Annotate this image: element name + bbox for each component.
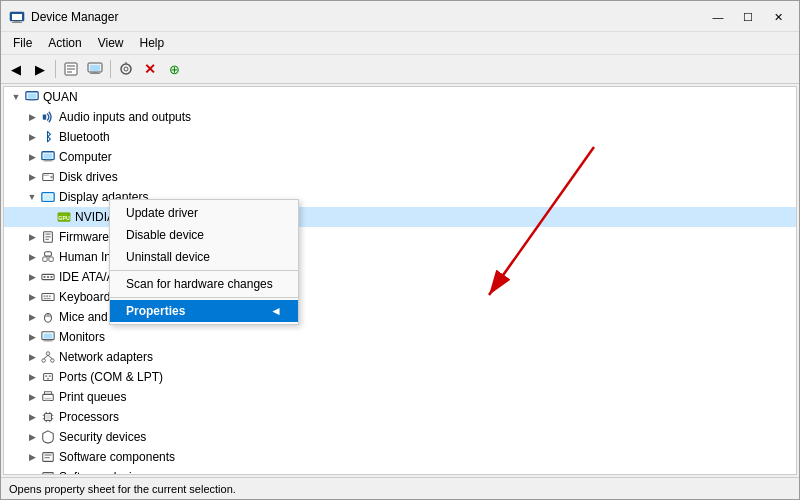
softcomp-icon xyxy=(40,449,56,465)
print-label: Print queues xyxy=(59,390,794,404)
title-bar: Device Manager — ☐ ✕ xyxy=(1,1,799,32)
context-menu: Update driver Disable device Uninstall d… xyxy=(109,199,299,325)
maximize-button[interactable]: ☐ xyxy=(735,7,761,27)
svg-rect-17 xyxy=(29,100,34,101)
tree-root[interactable]: ▼ QUAN xyxy=(4,87,796,107)
svg-rect-2 xyxy=(14,21,20,22)
security-expand-icon[interactable]: ▶ xyxy=(24,429,40,445)
tree-bluetooth[interactable]: ▶ ᛒ Bluetooth xyxy=(4,127,796,147)
back-button[interactable]: ◀ xyxy=(5,58,27,80)
svg-rect-16 xyxy=(28,94,37,99)
forward-button[interactable]: ▶ xyxy=(29,58,51,80)
toolbar-separator-1 xyxy=(55,60,56,78)
display-button[interactable] xyxy=(84,58,106,80)
svg-rect-77 xyxy=(45,454,52,455)
svg-rect-40 xyxy=(51,276,53,278)
mouse-icon xyxy=(40,309,56,325)
tree-audio[interactable]: ▶ Audio inputs and outputs xyxy=(4,107,796,127)
display-expand-icon[interactable]: ▼ xyxy=(24,189,40,205)
ctx-properties[interactable]: Properties ◄ xyxy=(110,300,298,322)
svg-rect-22 xyxy=(44,161,53,162)
firmware-expand-icon[interactable]: ▶ xyxy=(24,229,40,245)
svg-rect-20 xyxy=(44,154,53,159)
tree-computer[interactable]: ▶ Computer xyxy=(4,147,796,167)
root-label: QUAN xyxy=(43,90,794,104)
network-icon xyxy=(40,349,56,365)
audio-icon xyxy=(40,109,56,125)
bluetooth-label: Bluetooth xyxy=(59,130,794,144)
svg-rect-64 xyxy=(45,398,52,399)
properties-button[interactable] xyxy=(60,58,82,80)
computer-expand-icon[interactable]: ▶ xyxy=(24,149,40,165)
audio-label: Audio inputs and outputs xyxy=(59,110,794,124)
remove-button[interactable]: ✕ xyxy=(139,58,161,80)
softcomp-label: Software components xyxy=(59,450,794,464)
menu-action[interactable]: Action xyxy=(40,34,89,52)
svg-rect-78 xyxy=(45,457,50,458)
svg-point-53 xyxy=(46,352,50,356)
ide-expand-icon[interactable]: ▶ xyxy=(24,269,40,285)
softdev-icon xyxy=(40,469,56,475)
device-manager-window: Device Manager — ☐ ✕ File Action View He… xyxy=(0,0,800,500)
tree-monitors[interactable]: ▶ Monitors xyxy=(4,327,796,347)
root-expand-icon[interactable]: ▼ xyxy=(8,89,24,105)
audio-expand-icon[interactable]: ▶ xyxy=(24,109,40,125)
print-icon xyxy=(40,389,56,405)
close-button[interactable]: ✕ xyxy=(765,7,791,27)
security-icon xyxy=(40,429,56,445)
svg-rect-33 xyxy=(45,239,49,240)
tree-security[interactable]: ▶ Security devices xyxy=(4,427,796,447)
tree-disk[interactable]: ▶ Disk drives xyxy=(4,167,796,187)
tree-network[interactable]: ▶ Network adapters xyxy=(4,347,796,367)
tree-softcomp[interactable]: ▶ Software components xyxy=(4,447,796,467)
status-text: Opens property sheet for the current sel… xyxy=(9,483,236,495)
ctx-sep-2 xyxy=(110,297,298,298)
mice-expand-icon[interactable]: ▶ xyxy=(24,309,40,325)
svg-rect-21 xyxy=(45,160,50,161)
toolbar: ◀ ▶ ✕ ⊕ xyxy=(1,55,799,84)
menu-help[interactable]: Help xyxy=(132,34,173,52)
keyboard-icon xyxy=(40,289,56,305)
disk-expand-icon[interactable]: ▶ xyxy=(24,169,40,185)
print-expand-icon[interactable]: ▶ xyxy=(24,389,40,405)
tree-processors[interactable]: ▶ Processors xyxy=(4,407,796,427)
svg-rect-79 xyxy=(43,473,54,475)
processors-expand-icon[interactable]: ▶ xyxy=(24,409,40,425)
svg-rect-43 xyxy=(46,295,48,297)
monitor-icon xyxy=(40,329,56,345)
hid-expand-icon[interactable]: ▶ xyxy=(24,249,40,265)
ctx-scan[interactable]: Scan for hardware changes xyxy=(110,273,298,295)
svg-point-24 xyxy=(50,176,53,179)
svg-rect-3 xyxy=(12,22,22,23)
tree-softdev[interactable]: ▶ Software devices xyxy=(4,467,796,475)
monitors-expand-icon[interactable]: ▶ xyxy=(24,329,40,345)
keyboards-expand-icon[interactable]: ▶ xyxy=(24,289,40,305)
ctx-update[interactable]: Update driver xyxy=(110,202,298,224)
svg-rect-50 xyxy=(44,334,53,339)
svg-rect-51 xyxy=(45,340,50,341)
ctx-disable[interactable]: Disable device xyxy=(110,224,298,246)
ports-label: Ports (COM & LPT) xyxy=(59,370,794,384)
svg-rect-11 xyxy=(90,73,100,74)
bluetooth-expand-icon[interactable]: ▶ xyxy=(24,129,40,145)
toolbar-separator-2 xyxy=(110,60,111,78)
svg-rect-67 xyxy=(45,414,50,419)
network-expand-icon[interactable]: ▶ xyxy=(24,349,40,365)
menu-view[interactable]: View xyxy=(90,34,132,52)
computer-icon xyxy=(24,89,40,105)
device-tree[interactable]: ▼ QUAN ▶ Audio inputs and outputs ▶ ᛒ Bl… xyxy=(3,86,797,475)
update-button[interactable]: ⊕ xyxy=(163,58,185,80)
softdev-expand-icon[interactable]: ▶ xyxy=(24,469,40,475)
svg-line-56 xyxy=(44,355,48,359)
softcomp-expand-icon[interactable]: ▶ xyxy=(24,449,40,465)
scan-button[interactable] xyxy=(115,58,137,80)
minimize-button[interactable]: — xyxy=(705,7,731,27)
ports-expand-icon[interactable]: ▶ xyxy=(24,369,40,385)
svg-rect-18 xyxy=(43,114,47,119)
ctx-uninstall[interactable]: Uninstall device xyxy=(110,246,298,268)
svg-rect-38 xyxy=(44,276,46,278)
svg-rect-52 xyxy=(44,341,53,342)
tree-print[interactable]: ▶ Print queues xyxy=(4,387,796,407)
menu-file[interactable]: File xyxy=(5,34,40,52)
tree-ports[interactable]: ▶ Ports (COM & LPT) xyxy=(4,367,796,387)
